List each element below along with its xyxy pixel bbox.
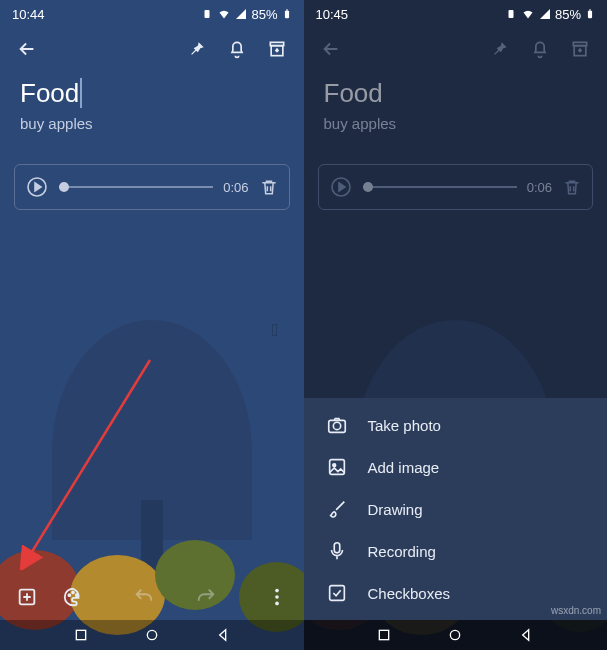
add-bottom-sheet: Take photo Add image Drawing Recording C…	[304, 398, 608, 620]
nav-home-icon[interactable]	[447, 627, 463, 643]
note-title: Food	[324, 78, 588, 109]
menu-add-image[interactable]: Add image	[304, 446, 608, 488]
camera-icon	[326, 414, 348, 436]
svg-point-26	[332, 464, 335, 467]
redo-icon[interactable]	[195, 586, 217, 608]
audio-player: 0:06	[318, 164, 594, 210]
svg-rect-0	[205, 10, 210, 18]
note-body: buy apples	[324, 115, 588, 132]
battery-icon	[282, 7, 292, 21]
status-bar: 10:44 85%	[0, 0, 304, 24]
pin-button[interactable]	[483, 32, 517, 66]
top-app-bar	[0, 24, 304, 70]
menu-label: Drawing	[368, 501, 423, 518]
nav-home-icon[interactable]	[144, 627, 160, 643]
menu-drawing[interactable]: Drawing	[304, 488, 608, 530]
battery-pct: 85%	[555, 7, 581, 22]
svg-rect-18	[589, 9, 591, 10]
svg-point-9	[72, 592, 74, 594]
nav-recent-icon[interactable]	[376, 627, 392, 643]
archive-icon	[267, 39, 287, 59]
svg-rect-1	[284, 11, 288, 19]
play-circle-icon	[25, 175, 49, 199]
more-button[interactable]	[260, 580, 294, 614]
audio-scrubber[interactable]	[59, 186, 213, 188]
arrow-left-icon	[320, 38, 342, 60]
svg-rect-29	[380, 630, 389, 639]
watermark: wsxdn.com	[551, 605, 601, 616]
status-time: 10:45	[316, 7, 349, 22]
play-button[interactable]	[25, 175, 49, 199]
play-button	[329, 175, 353, 199]
nav-recent-icon[interactable]	[73, 627, 89, 643]
pin-icon	[490, 39, 510, 59]
svg-point-30	[451, 630, 460, 639]
pin-button[interactable]	[180, 32, 214, 66]
svg-point-11	[275, 589, 279, 593]
trash-icon	[259, 177, 279, 197]
audio-scrubber	[363, 186, 517, 188]
vibrate-icon	[201, 8, 213, 20]
arrow-left-icon	[16, 38, 38, 60]
svg-rect-27	[334, 543, 340, 553]
archive-button[interactable]	[563, 32, 597, 66]
svg-point-12	[275, 595, 279, 599]
reminder-button[interactable]	[220, 32, 254, 66]
battery-icon	[585, 7, 595, 21]
screenshot-right: 10:45 85% Food buy apples 0:06	[304, 0, 608, 650]
svg-point-10	[76, 594, 78, 596]
note-body[interactable]: buy apples	[20, 115, 284, 132]
undo-icon[interactable]	[133, 586, 155, 608]
bell-icon	[530, 39, 550, 59]
note-content[interactable]: Food buy apples	[0, 70, 304, 136]
wifi-icon	[521, 8, 535, 20]
palette-button[interactable]	[56, 580, 90, 614]
status-icons: 85%	[505, 7, 595, 22]
wifi-icon	[217, 8, 231, 20]
delete-audio-button	[562, 177, 582, 197]
top-app-bar	[304, 24, 608, 70]
svg-rect-17	[588, 11, 592, 19]
plus-box-icon	[16, 586, 38, 608]
status-icons: 85%	[201, 7, 291, 22]
svg-rect-14	[76, 630, 85, 639]
audio-duration: 0:06	[527, 180, 552, 195]
signal-icon	[539, 8, 551, 20]
nav-bar	[304, 620, 608, 650]
svg-point-8	[68, 594, 70, 596]
audio-duration: 0:06	[223, 180, 248, 195]
audio-player: 0:06	[14, 164, 290, 210]
delete-audio-button[interactable]	[259, 177, 279, 197]
nav-back-icon[interactable]	[518, 627, 534, 643]
brush-icon	[326, 498, 348, 520]
svg-point-13	[275, 602, 279, 606]
annotation-arrow	[20, 350, 160, 570]
svg-rect-25	[329, 460, 344, 475]
menu-label: Take photo	[368, 417, 441, 434]
archive-icon	[570, 39, 590, 59]
play-circle-icon	[329, 175, 353, 199]
svg-point-24	[333, 422, 340, 429]
svg-point-15	[147, 630, 156, 639]
menu-recording[interactable]: Recording	[304, 530, 608, 572]
back-button[interactable]	[10, 32, 44, 66]
status-time: 10:44	[12, 7, 45, 22]
note-content: Food buy apples	[304, 70, 608, 136]
menu-take-photo[interactable]: Take photo	[304, 404, 608, 446]
archive-button[interactable]	[260, 32, 294, 66]
reminder-button[interactable]	[523, 32, 557, 66]
back-button[interactable]	[314, 32, 348, 66]
more-vert-icon	[266, 586, 288, 608]
palette-icon	[62, 586, 84, 608]
nav-back-icon[interactable]	[215, 627, 231, 643]
bottom-toolbar	[0, 574, 304, 620]
note-title[interactable]: Food	[20, 78, 284, 109]
add-button[interactable]	[10, 580, 44, 614]
menu-label: Recording	[368, 543, 436, 560]
battery-pct: 85%	[251, 7, 277, 22]
mic-icon	[326, 540, 348, 562]
svg-rect-16	[508, 10, 513, 18]
svg-rect-2	[286, 9, 288, 10]
svg-line-6	[30, 360, 150, 555]
vibrate-icon	[505, 8, 517, 20]
